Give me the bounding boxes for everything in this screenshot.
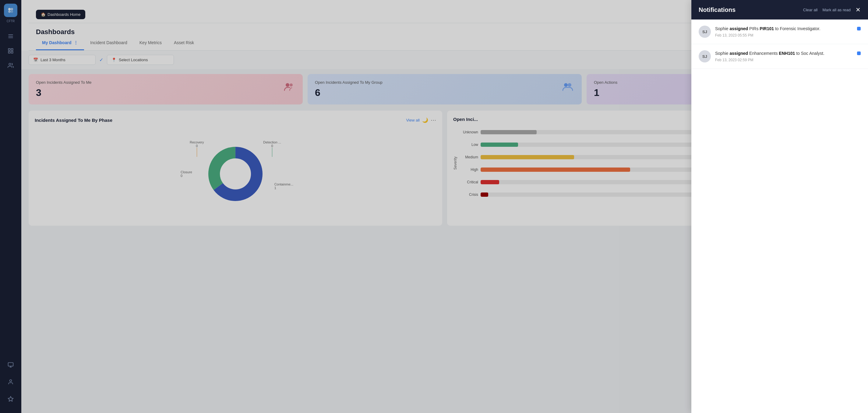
- notification-item-1: SJ Sophie assigned PIRs PIR101 to Forens…: [691, 20, 868, 44]
- notif-avatar-1: SJ: [699, 26, 711, 38]
- notif-avatar-2: SJ: [699, 50, 711, 62]
- notifications-close-button[interactable]: ✕: [856, 6, 861, 13]
- notif-time-1: Feb 13, 2023 05:55 PM: [715, 33, 853, 37]
- unread-dot-2: [857, 52, 861, 55]
- notifications-title: Notifications: [699, 6, 736, 13]
- notifications-panel: Notifications Clear all Mark all as read…: [691, 0, 868, 413]
- unread-dot-1: [857, 27, 861, 30]
- mark-all-read-button[interactable]: Mark all as read: [823, 8, 850, 12]
- notifications-list: SJ Sophie assigned PIRs PIR101 to Forens…: [691, 20, 868, 413]
- clear-all-button[interactable]: Clear all: [803, 8, 818, 12]
- notif-text-1: Sophie assigned PIRs PIR101 to Forensic …: [715, 26, 853, 32]
- notifications-header: Notifications Clear all Mark all as read…: [691, 0, 868, 20]
- notif-text-2: Sophie assigned Enhancements ENH101 to S…: [715, 50, 853, 57]
- notif-time-2: Feb 13, 2023 02:59 PM: [715, 58, 853, 62]
- notification-item-2: SJ Sophie assigned Enhancements ENH101 t…: [691, 44, 868, 69]
